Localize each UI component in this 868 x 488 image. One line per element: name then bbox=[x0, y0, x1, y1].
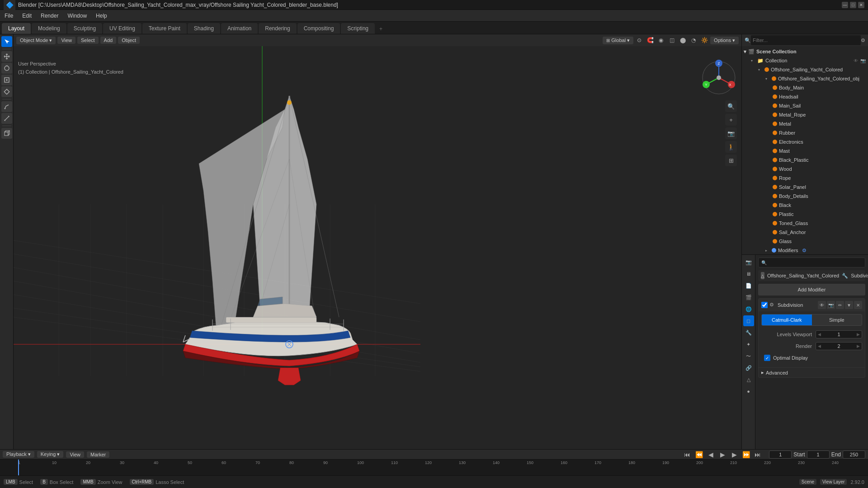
mod-edit-button[interactable]: ✏ bbox=[836, 301, 844, 309]
object-menu[interactable]: Object bbox=[118, 37, 140, 44]
pivot-point-button[interactable]: ⊙ bbox=[634, 35, 644, 45]
world-props-tab[interactable]: 🌐 bbox=[743, 304, 754, 314]
camera-view-button[interactable]: 📷 bbox=[725, 127, 737, 139]
material-props-tab[interactable]: ● bbox=[743, 386, 754, 397]
scale-tool[interactable] bbox=[1, 75, 12, 85]
tab-modeling[interactable]: Modeling bbox=[32, 23, 66, 34]
timeline-track[interactable]: 1 10 20 30 40 50 60 70 80 90 100 110 120… bbox=[0, 460, 868, 476]
props-search-input[interactable] bbox=[767, 260, 862, 265]
modifier-props-tab[interactable]: 🔧 bbox=[743, 327, 754, 338]
advanced-toggle[interactable]: ▸ Advanced bbox=[761, 370, 862, 375]
material-mode-button[interactable]: ◔ bbox=[689, 35, 698, 45]
close-button[interactable]: ✕ bbox=[858, 2, 864, 8]
timeline-view-menu[interactable]: View bbox=[66, 451, 84, 458]
constraints-tab[interactable]: 🔗 bbox=[743, 362, 754, 373]
add-modifier-button[interactable]: Add Modifier bbox=[758, 284, 865, 296]
outliner-modifiers[interactable]: ▸ Modifiers ⚙ bbox=[742, 246, 868, 254]
annotate-tool[interactable] bbox=[1, 101, 12, 112]
optimal-display-checkbox[interactable]: ✓ bbox=[764, 355, 770, 361]
view-menu[interactable]: View bbox=[57, 37, 75, 44]
rotate-tool[interactable] bbox=[1, 63, 12, 74]
walk-mode-button[interactable]: 🚶 bbox=[725, 141, 737, 153]
select-tool[interactable] bbox=[1, 36, 12, 47]
outliner-search-input[interactable] bbox=[751, 35, 861, 45]
viewport[interactable]: Object Mode ▾ View Select Add Object ⊞ G… bbox=[14, 34, 741, 449]
solid-mode-button[interactable]: ⬤ bbox=[678, 35, 688, 45]
outliner-metal-rope[interactable]: Metal_Rope bbox=[742, 110, 868, 119]
playback-menu[interactable]: Playback ▾ bbox=[3, 451, 34, 458]
snap-button[interactable]: 🧲 bbox=[645, 35, 655, 45]
outliner-collection[interactable]: ▾ 📁 Collection 👁 📷 bbox=[742, 56, 868, 65]
zoom-out-button[interactable]: 🔍 bbox=[725, 100, 737, 112]
outliner-glass[interactable]: Glass bbox=[742, 237, 868, 246]
outliner-solar-panel[interactable]: Solar_Panel bbox=[742, 183, 868, 192]
outliner-headsail[interactable]: Headsail bbox=[742, 92, 868, 101]
next-frame-button[interactable]: ⏩ bbox=[741, 451, 751, 458]
menu-help[interactable]: Help bbox=[91, 10, 112, 21]
tab-compositing[interactable]: Compositing bbox=[297, 23, 340, 34]
outliner-mast[interactable]: Mast bbox=[742, 146, 868, 155]
rendered-mode-button[interactable]: 🔆 bbox=[699, 35, 709, 45]
mod-realtime-button[interactable]: 👁 bbox=[818, 301, 826, 309]
data-props-tab[interactable]: △ bbox=[743, 374, 754, 385]
outliner-black[interactable]: Black bbox=[742, 201, 868, 210]
orientation-selector[interactable]: ⊞ Global ▾ bbox=[603, 37, 633, 44]
tab-scripting[interactable]: Scripting bbox=[341, 23, 375, 34]
outliner-black-plastic[interactable]: Black_Plastic bbox=[742, 155, 868, 164]
menu-file[interactable]: File bbox=[0, 10, 18, 21]
add-menu[interactable]: Add bbox=[100, 37, 117, 44]
minimize-button[interactable]: — bbox=[842, 2, 848, 8]
outliner-electronics[interactable]: Electronics bbox=[742, 137, 868, 146]
view-layer-tab[interactable]: 📄 bbox=[743, 280, 754, 291]
maximize-button[interactable]: □ bbox=[850, 2, 856, 8]
modifier-enabled-checkbox[interactable] bbox=[761, 302, 768, 308]
scene-collection-item[interactable]: ▾ 🎬 Scene Collection bbox=[742, 47, 868, 56]
tab-texture-paint[interactable]: Texture Paint bbox=[142, 23, 187, 34]
zoom-in-button[interactable]: + bbox=[725, 114, 737, 126]
particles-tab[interactable]: ✦ bbox=[743, 339, 754, 350]
tab-rendering[interactable]: Rendering bbox=[259, 23, 296, 34]
menu-edit[interactable]: Edit bbox=[18, 10, 36, 21]
tab-animation[interactable]: Animation bbox=[221, 23, 258, 34]
outliner-toned-glass[interactable]: Toned_Glass bbox=[742, 219, 868, 228]
proportional-edit-button[interactable]: ◉ bbox=[656, 35, 666, 45]
levels-viewport-value[interactable]: ◀ 1 ▶ bbox=[816, 330, 862, 338]
outliner-main-sail[interactable]: Main_Sail bbox=[742, 101, 868, 110]
timeline-bar[interactable] bbox=[18, 466, 868, 476]
output-props-tab[interactable]: 🖥 bbox=[743, 268, 754, 279]
catmull-clark-button[interactable]: Catmull-Clark bbox=[762, 314, 812, 325]
add-workspace-button[interactable]: + bbox=[376, 24, 386, 34]
outliner-filter-icon[interactable]: ⚙ bbox=[861, 38, 865, 43]
titlebar-controls[interactable]: — □ ✕ bbox=[842, 2, 864, 8]
tab-shading[interactable]: Shading bbox=[188, 23, 220, 34]
play-button[interactable]: ▶ bbox=[717, 451, 727, 458]
current-frame-input[interactable] bbox=[769, 450, 792, 459]
mod-render-button[interactable]: 📷 bbox=[827, 301, 835, 309]
render-value[interactable]: ◀ 2 ▶ bbox=[816, 342, 862, 350]
select-menu[interactable]: Select bbox=[77, 37, 99, 44]
outliner-body-details[interactable]: Body_Details bbox=[742, 192, 868, 201]
move-tool[interactable] bbox=[1, 51, 12, 62]
scene-props-tab[interactable]: 🎬 bbox=[743, 292, 754, 303]
wireframe-mode-button[interactable]: ◫ bbox=[667, 35, 677, 45]
menu-window[interactable]: Window bbox=[63, 10, 91, 21]
outliner-plastic[interactable]: Plastic bbox=[742, 210, 868, 219]
keying-menu[interactable]: Keying ▾ bbox=[37, 451, 64, 458]
object-props-tab[interactable]: ◻ bbox=[743, 315, 754, 326]
tab-layout[interactable]: Layout bbox=[2, 23, 31, 34]
mod-apply-button[interactable]: ▼ bbox=[845, 301, 853, 309]
prev-frame-button[interactable]: ⏪ bbox=[694, 451, 704, 458]
mod-delete-button[interactable]: ✕ bbox=[854, 301, 862, 309]
next-keyframe-button[interactable]: ▶ bbox=[729, 451, 739, 458]
end-frame-input[interactable] bbox=[843, 450, 865, 459]
menu-render[interactable]: Render bbox=[36, 10, 63, 21]
jump-to-end-button[interactable]: ⏭ bbox=[753, 451, 763, 458]
prev-keyframe-button[interactable]: ◀ bbox=[706, 451, 716, 458]
transform-tool[interactable] bbox=[1, 86, 12, 97]
outliner-wood[interactable]: Wood bbox=[742, 164, 868, 174]
add-cube-tool[interactable] bbox=[1, 128, 12, 139]
visibility-icon[interactable]: 👁 bbox=[853, 58, 859, 63]
render-icon[interactable]: 📷 bbox=[860, 58, 866, 63]
overlay-options-button[interactable]: Options ▾ bbox=[710, 37, 739, 44]
outliner-sail-anchor[interactable]: Sail_Anchor bbox=[742, 228, 868, 237]
